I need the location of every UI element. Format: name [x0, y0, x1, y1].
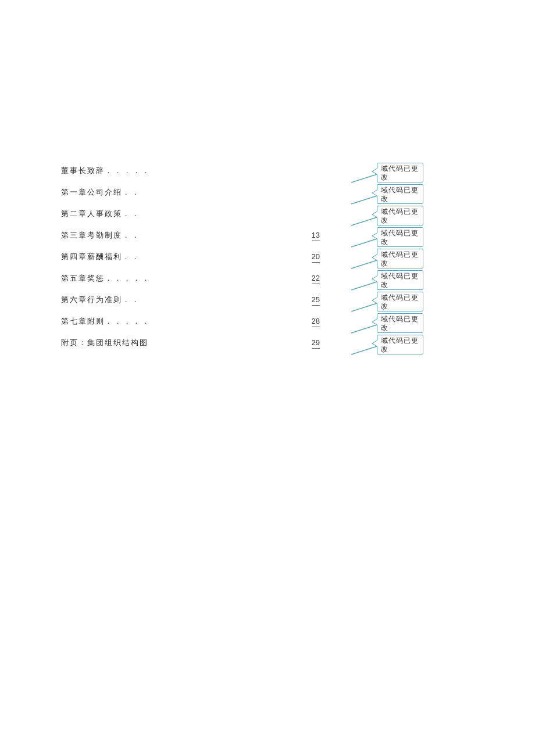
- svg-line-3: [351, 239, 377, 247]
- toc-dots: ．．: [122, 187, 141, 198]
- toc-title: 第七章附则: [61, 316, 105, 327]
- toc-entry: 第三章考勤制度 ．． 13: [61, 230, 320, 252]
- svg-line-1: [351, 196, 377, 204]
- comment-bubble: 域代码已更改: [377, 163, 423, 182]
- toc-title: 第三章考勤制度: [61, 230, 122, 241]
- toc-entry: 第一章公司介绍 ．．: [61, 187, 320, 209]
- toc-title: 第二章人事政策: [61, 209, 122, 219]
- svg-line-7: [351, 325, 377, 333]
- toc-dots: ．．: [122, 295, 141, 305]
- toc-entry: 董事长致辞 ．．．．．: [61, 166, 320, 187]
- svg-line-8: [351, 346, 377, 354]
- toc-dots: ．．: [122, 252, 141, 262]
- toc-entry: 第二章人事政策 ．．: [61, 209, 320, 230]
- comments-column: 域代码已更改 域代码已更改 域代码已更改 域代码已更改 域代码已更改 域代码已更…: [351, 163, 427, 356]
- toc-dots: ．．．．．: [105, 273, 151, 284]
- toc-page: 20: [312, 252, 320, 263]
- comment-bubble: 域代码已更改: [377, 184, 423, 204]
- toc-dots: ．．: [122, 230, 141, 241]
- toc-title: 董事长致辞: [61, 166, 105, 176]
- toc-dots: ．．．．．: [105, 316, 151, 327]
- svg-line-0: [351, 174, 377, 182]
- comment-bubble: 域代码已更改: [377, 335, 423, 354]
- toc-title: 第一章公司介绍: [61, 187, 122, 198]
- comment-bubble: 域代码已更改: [377, 270, 423, 290]
- toc-page: 25: [312, 295, 320, 306]
- svg-line-6: [351, 303, 377, 311]
- toc-dots: ．．: [122, 209, 141, 219]
- toc-entry: 第四章薪酬福利 ．． 20: [61, 252, 320, 273]
- toc-title: 第六章行为准则: [61, 295, 122, 305]
- toc-page: 13: [312, 231, 320, 241]
- toc-page: 22: [312, 274, 320, 284]
- toc-entry: 第六章行为准则 ．． 25: [61, 295, 320, 316]
- svg-line-2: [351, 217, 377, 225]
- toc-entry: 第七章附则 ．．．．． 28: [61, 316, 320, 338]
- comment-row: 域代码已更改: [351, 206, 427, 227]
- svg-line-5: [351, 282, 377, 290]
- comment-row: 域代码已更改: [351, 249, 427, 270]
- svg-line-4: [351, 260, 377, 268]
- comment-row: 域代码已更改: [351, 335, 427, 356]
- toc-entry: 附页：集团组织结构图 29: [61, 338, 320, 359]
- comment-bubble: 域代码已更改: [377, 313, 423, 333]
- toc-title: 第四章薪酬福利: [61, 252, 122, 262]
- comment-bubble: 域代码已更改: [377, 249, 423, 268]
- toc-dots: ．．．．．: [105, 166, 151, 176]
- comment-bubble: 域代码已更改: [377, 292, 423, 311]
- comment-bubble: 域代码已更改: [377, 227, 423, 247]
- toc-title: 第五章奖惩: [61, 273, 105, 284]
- toc-entry: 第五章奖惩 ．．．．． 22: [61, 273, 320, 295]
- toc-title: 附页：集团组织结构图: [61, 338, 148, 348]
- comment-row: 域代码已更改: [351, 227, 427, 249]
- comment-row: 域代码已更改: [351, 292, 427, 313]
- toc-page: 29: [312, 338, 320, 349]
- comment-row: 域代码已更改: [351, 184, 427, 206]
- comment-row: 域代码已更改: [351, 313, 427, 335]
- comment-row: 域代码已更改: [351, 270, 427, 292]
- toc-list: 董事长致辞 ．．．．． 第一章公司介绍 ．． 第二章人事政策 ．． 第三章考勤制…: [61, 166, 320, 359]
- comment-bubble: 域代码已更改: [377, 206, 423, 225]
- toc-page: 28: [312, 317, 320, 327]
- comment-row: 域代码已更改: [351, 163, 427, 184]
